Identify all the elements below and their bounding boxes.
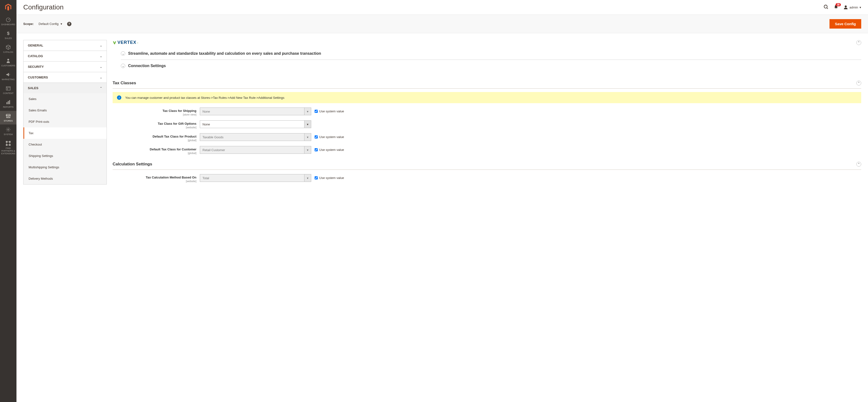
config-subitem[interactable]: Delivery Methods [24, 173, 106, 184]
svg-point-18 [137, 42, 138, 43]
calc-settings-fields: Tax Calculation Method Based On [website… [113, 170, 861, 183]
nav-item-label: STORES [4, 120, 13, 122]
config-section: CUSTOMERS⌄ [23, 72, 107, 83]
config-subitem[interactable]: PDF Print-outs [24, 116, 106, 127]
collapse-toggle[interactable]: ⌃ [857, 162, 861, 166]
header-actions: 38 admin ▾ [824, 4, 861, 10]
search-button[interactable] [824, 4, 829, 10]
config-subitem[interactable]: Sales [24, 93, 106, 104]
config-section-header[interactable]: SECURITY⌄ [24, 62, 106, 72]
system-value-label[interactable]: Use system value [319, 148, 344, 152]
config-subitem[interactable]: Multishipping Settings [24, 161, 106, 173]
search-icon [824, 4, 829, 10]
svg-rect-12 [9, 141, 10, 143]
expand-toggle[interactable]: ⌄ [121, 64, 125, 68]
scope-left: Scope: Default Config ▾ ? [23, 22, 71, 26]
marketing-icon [6, 72, 11, 77]
system-value-checkbox[interactable] [315, 148, 318, 151]
field-select[interactable]: None ▾ [200, 120, 311, 128]
help-icon[interactable]: ? [67, 22, 71, 26]
config-subitem[interactable]: Tax [24, 127, 106, 139]
config-subitem[interactable]: Checkout [24, 139, 106, 150]
svg-rect-8 [9, 100, 10, 104]
config-subitem[interactable]: Sales Emails [24, 104, 106, 116]
nav-item-label: SALES [5, 37, 11, 40]
system-value-label[interactable]: Use system value [319, 110, 344, 113]
scope-select[interactable]: Default Config ▾ [38, 22, 62, 26]
field-scope: [store view] [113, 113, 196, 116]
nav-item-content[interactable]: CONTENT [0, 83, 17, 97]
system-value-checkbox[interactable] [315, 176, 318, 180]
save-config-button[interactable]: Save Config [830, 19, 861, 29]
field-value: Total [203, 176, 209, 180]
chevron-down-icon: ⌄ [100, 65, 102, 68]
system-value-label[interactable]: Use system value [319, 176, 344, 180]
system-value-label[interactable]: Use system value [319, 135, 344, 139]
calculation-settings-group: Calculation Settings ⌃ Tax Calculation M… [113, 159, 861, 183]
field-label: Tax Class for Shipping [113, 109, 196, 113]
magento-logo[interactable] [0, 0, 17, 14]
nav-item-sales[interactable]: $SALES [0, 28, 17, 42]
collapse-toggle[interactable]: ⌃ [857, 40, 861, 45]
customers-icon [6, 58, 11, 63]
nav-item-catalog[interactable]: CATALOG [0, 42, 17, 56]
system-value-checkbox[interactable] [315, 110, 318, 113]
main-content: Configuration 38 admin ▾ [17, 0, 868, 194]
field-label: Default Tax Class for Product [113, 135, 196, 138]
use-system-value: Use system value [315, 133, 344, 139]
collapse-toggle[interactable]: ⌃ [857, 81, 861, 86]
nav-item-partners[interactable]: FIND PARTNERS & EXTENSIONS [0, 138, 17, 157]
field-scope: [global] [113, 139, 196, 142]
chevron-down-icon: ⌄ [100, 76, 102, 79]
notifications-button[interactable]: 38 [834, 5, 838, 10]
vertex-subsection-header[interactable]: ⌄Streamline, automate and standardize ta… [121, 48, 861, 60]
nav-item-marketing[interactable]: MARKETING [0, 69, 17, 83]
vertex-header[interactable]: VERTEX ⌃ [113, 40, 861, 48]
expand-toggle[interactable]: ⌄ [121, 51, 125, 56]
config-section-header[interactable]: CUSTOMERS⌄ [24, 72, 106, 83]
use-system-value: Use system value [315, 174, 344, 180]
field-value: None [203, 110, 210, 113]
chevron-down-icon: ⌄ [100, 44, 102, 47]
svg-point-15 [824, 5, 827, 8]
field-label-wrap: Default Tax Class for Customer [global] [113, 146, 196, 155]
config-field: Tax Calculation Method Based On [website… [113, 174, 861, 183]
scope-label: Scope: [23, 22, 34, 26]
field-scope: [website] [113, 126, 196, 129]
calculation-settings-header[interactable]: Calculation Settings ⌃ [113, 159, 861, 170]
page-title: Configuration [23, 3, 64, 11]
calculation-settings-title: Calculation Settings [113, 162, 152, 166]
field-select: Total ▾ [200, 174, 311, 182]
system-value-checkbox[interactable] [315, 135, 318, 138]
config-subitem[interactable]: Shipping Settings [24, 150, 106, 161]
admin-user-menu[interactable]: admin ▾ [843, 5, 861, 10]
tax-classes-header[interactable]: Tax Classes ⌃ [113, 78, 861, 89]
partners-icon [6, 141, 11, 146]
vertex-subsection-header[interactable]: ⌄Connection Settings [121, 60, 861, 72]
nav-item-customers[interactable]: CUSTOMERS [0, 56, 17, 69]
svg-text:$: $ [7, 31, 9, 36]
config-layout: GENERAL⌄CATALOG⌄SECURITY⌄CUSTOMERS⌄SALES… [17, 33, 868, 194]
field-label: Tax Calculation Method Based On [113, 176, 196, 179]
config-section-header[interactable]: CATALOG⌄ [24, 51, 106, 61]
config-section-header[interactable]: SALES⌃ [24, 83, 106, 93]
field-control: Retail Customer ▾ [200, 146, 311, 154]
svg-rect-3 [6, 87, 10, 90]
config-section-label: CUSTOMERS [28, 75, 48, 79]
nav-item-stores[interactable]: STORES [0, 111, 17, 125]
nav-item-system[interactable]: SYSTEM [0, 124, 17, 138]
catalog-icon [6, 44, 11, 50]
nav-item-label: REPORTS [3, 106, 13, 109]
nav-item-dashboard[interactable]: DASHBOARD [0, 14, 17, 28]
nav-item-label: CATALOG [3, 51, 13, 54]
nav-item-reports[interactable]: REPORTS [0, 97, 17, 111]
nav-item-label: DASHBOARD [1, 23, 15, 26]
config-section-header[interactable]: GENERAL⌄ [24, 40, 106, 51]
field-control: None ▾ [200, 107, 311, 115]
config-field: Tax Class for Gift Options [website] Non… [113, 120, 861, 129]
scope-bar: Scope: Default Config ▾ ? Save Config [17, 14, 868, 33]
info-text: You can manage customer and product tax … [125, 96, 284, 99]
vertex-logo-icon [113, 41, 117, 44]
page-header: Configuration 38 admin ▾ [17, 0, 868, 14]
vertex-subsection-title: Connection Settings [128, 64, 166, 68]
